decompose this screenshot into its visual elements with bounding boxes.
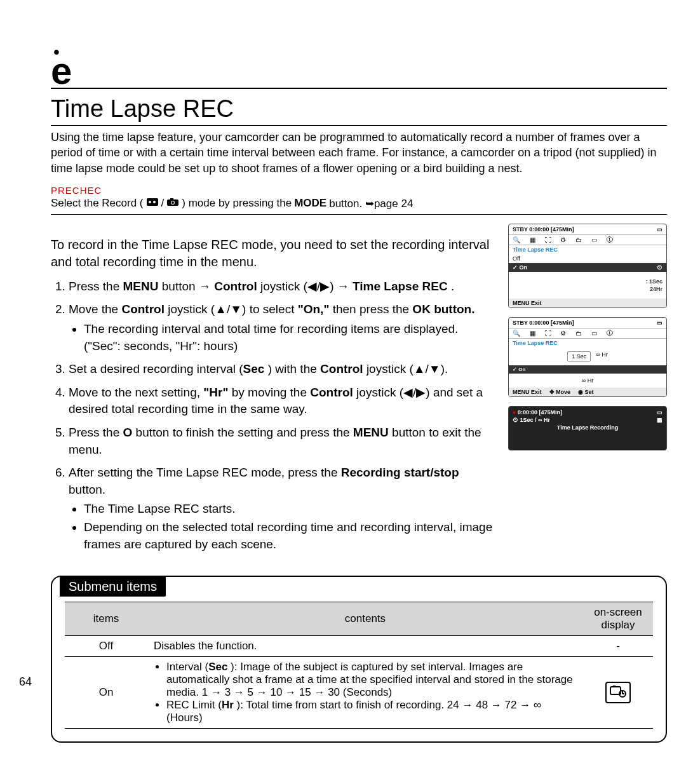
menu-foot: MENU [513, 300, 530, 306]
submenu-table: items contents on-screen display Off Dis… [65, 602, 653, 729]
step5-finish: button to finish the setting and press t… [132, 426, 353, 439]
sec-box: 1 Sec [567, 351, 591, 362]
b2hr: Hr [222, 699, 234, 711]
step-3: Set a desired recording interval (Sec ) … [69, 361, 495, 378]
time-label3: 0:00:00 [518, 409, 537, 416]
hr-box: ∞ Hr [596, 351, 607, 362]
row-on-bullet1: Interval (Sec ): Image of the subject is… [166, 661, 577, 699]
step-4: Move to the next setting, "Hr" by moving… [69, 384, 495, 418]
shot-icon-row2: 🔍 ▦ ⛶ ⚙ 🗀 ▭ ⓘ [509, 328, 666, 339]
step2-joy: joystick (▲/▼) to select [165, 302, 298, 316]
menu-label2: MENU [353, 426, 389, 439]
col-osd: on-screen display [583, 602, 653, 636]
interval-line: 1Sec / ∞ Hr [520, 417, 550, 423]
exit-foot: Exit [531, 300, 542, 306]
hr-label: "Hr" [203, 386, 228, 399]
submenu-box: Submenu items items contents on-screen d… [51, 576, 667, 743]
table-row: Off Disables the function. - [65, 636, 653, 657]
step5-text: Press the [69, 426, 123, 439]
step3-with: ) with the [264, 362, 320, 375]
sec-value: : 1Sec [645, 278, 662, 285]
step6-end: button. [69, 483, 105, 496]
rec-line: Time Lapse Recording [513, 424, 662, 431]
step2-text: Move the [69, 302, 121, 316]
battery-icon: ▭ [657, 226, 662, 233]
control-label: Control [214, 280, 257, 293]
col-items: items [65, 602, 147, 636]
mode-line-suffix: ) mode by pressing the [182, 197, 292, 210]
control-label3: Control [320, 362, 363, 375]
move-foot: Move [556, 389, 570, 395]
photo-mode-icon [166, 197, 179, 210]
menu-foot2: MENU [513, 389, 530, 395]
control-label2: Control [121, 302, 165, 316]
precheck-label: PRECHEC [51, 185, 667, 196]
control-label4: Control [310, 386, 353, 399]
remain-label2: [475Min] [551, 320, 574, 326]
off-option: Off [513, 255, 520, 262]
step3-joy: joystick (▲/▼). [363, 362, 448, 375]
hr-label-s2: Hr [588, 377, 594, 384]
svg-point-2 [153, 201, 156, 203]
page-number: 64 [19, 675, 32, 689]
b2a: REC Limit ( [166, 699, 222, 711]
step-1: Press the MENU button → Control joystick… [69, 278, 495, 295]
svg-rect-8 [613, 686, 615, 687]
intro-paragraph: Using the time lapse feature, your camco… [51, 130, 667, 176]
hr-value: 24Hr [650, 286, 662, 292]
lcd-screenshot-2: STBY 0:00:00 [475Min] ▭ 🔍 ▦ ⛶ ⚙ 🗀 ▭ ⓘ Ti… [508, 317, 667, 397]
shot-tlr-label2: Time Lapse REC [509, 339, 666, 348]
header-glyph: e [51, 49, 72, 93]
sec-label-s: Sec [577, 353, 587, 360]
header-rule: • e [51, 51, 667, 89]
lead-paragraph: To record in the Time Lapse REC mode, yo… [51, 236, 495, 271]
submenu-title: Submenu items [60, 577, 166, 597]
battery-icon2: ▭ [657, 320, 662, 326]
row-on-bullet2: REC Limit (Hr ): Total time from start t… [166, 699, 577, 724]
step2-then: then press the [329, 302, 412, 316]
step2-bullet: The recording interval and total time fo… [84, 321, 495, 355]
svg-rect-4 [170, 198, 173, 200]
ok-short-label: O [123, 426, 133, 439]
stby-label2: STBY [513, 320, 528, 326]
svg-rect-0 [147, 198, 158, 206]
timelapse-osd-icon [605, 682, 631, 703]
video-mode-icon [146, 197, 159, 210]
svg-point-6 [172, 201, 174, 204]
shot-icon-row: 🔍 ▦ ⛶ ⚙ 🗀 ▭ ⓘ [509, 234, 666, 245]
step-6: After setting the Time Lapse REC mode, p… [69, 464, 495, 553]
set-foot: Set [585, 389, 594, 395]
table-row: On Interval (Sec ): Image of the subject… [65, 657, 653, 729]
step6-bullet1: The Time Lapse REC starts. [84, 501, 495, 518]
b1a: Interval ( [166, 661, 208, 673]
step-2: Move the Control joystick (▲/▼) to selec… [69, 301, 495, 355]
mode-line-mid: / [161, 197, 165, 210]
row-on-item: On [65, 657, 147, 729]
step1-end: . [448, 280, 455, 293]
step1-arrow: button → [159, 280, 215, 293]
sec-label: Sec [243, 362, 265, 375]
rec-button-label: Recording start/stop [341, 466, 459, 479]
page-title: Time Lapse REC [51, 95, 667, 126]
time-label: 0:00:00 [529, 226, 549, 233]
hr-label-s: Hr [602, 351, 608, 358]
on-label: "On," [298, 302, 330, 316]
step3-text: Set a desired recording interval ( [69, 362, 243, 375]
lcd-screenshot-1: STBY 0:00:00 [475Min] ▭ 🔍 ▦ ⛶ ⚙ 🗀 ▭ ⓘ Ti… [508, 224, 667, 308]
step1-joy: joystick (◀/▶) → [257, 280, 353, 293]
row-off-item: Off [65, 636, 147, 657]
step6-bullet2: Depending on the selected total recordin… [84, 519, 495, 553]
step6-text: After setting the Time Lapse REC mode, p… [69, 466, 341, 479]
mode-button-label: MODE [294, 197, 326, 210]
step4-text: Move to the next setting, [69, 386, 203, 399]
mode-line-prefix: Select the Record ( [51, 197, 144, 210]
hr-box2: ∞ Hr [582, 377, 593, 384]
row-off-content: Disables the function. [147, 636, 583, 657]
b1sec: Sec [208, 661, 227, 673]
remain-label: [475Min] [551, 226, 574, 233]
rec-dot-icon: ● [513, 409, 516, 416]
shot-tlr-label: Time Lapse REC [509, 245, 666, 254]
on-option: On [520, 264, 528, 271]
ok-button-label: OK button. [412, 302, 474, 316]
row-off-osd: - [583, 636, 653, 657]
